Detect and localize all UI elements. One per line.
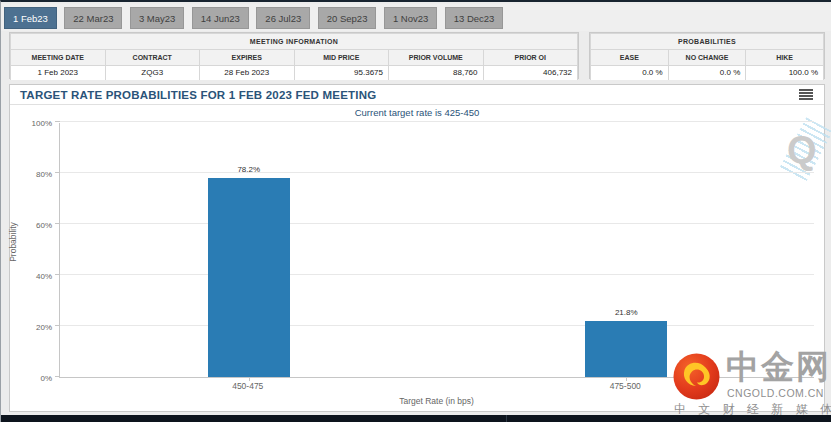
probabilities-title: PROBABILITIES xyxy=(591,34,824,50)
cngold-tagline-text: 中 文 财 经 新 媒 体 xyxy=(674,401,831,418)
tab-meeting-date-6[interactable]: 20 Sep23 xyxy=(318,7,377,29)
y-axis-labels: 0%20%40%60%80%100% xyxy=(10,123,55,378)
tab-meeting-date-7[interactable]: 1 Nov23 xyxy=(384,7,437,29)
col-ease: EASE xyxy=(591,50,669,66)
y-tick-label: 80% xyxy=(36,170,52,179)
cngold-logo-icon xyxy=(673,353,720,400)
tab-meeting-date-5[interactable]: 26 Jul23 xyxy=(256,7,310,29)
tab-meeting-date-2[interactable]: 22 Mar23 xyxy=(64,7,122,29)
chart-title: TARGET RATE PROBABILITIES FOR 1 FEB 2023… xyxy=(20,89,376,101)
meeting-tab-bar: 1 Feb23 22 Mar23 3 May23 14 Jun23 26 Jul… xyxy=(1,4,831,31)
title-separator xyxy=(10,104,824,105)
col-meeting-date: MEETING DATE xyxy=(11,50,106,66)
col-contract: CONTRACT xyxy=(105,50,200,66)
col-prior-oi: PRIOR OI xyxy=(483,50,578,66)
table-row: 0.0 % 0.0 % 100.0 % xyxy=(591,66,824,80)
fedwatch-tool-screen: 1 Feb23 22 Mar23 3 May23 14 Jun23 26 Jul… xyxy=(0,0,831,422)
x-category-label: 475-500 xyxy=(610,381,641,391)
y-tick-label: 60% xyxy=(36,221,52,230)
gridline xyxy=(60,223,814,224)
y-tick-label: 40% xyxy=(36,272,52,281)
cngold-brand-text: 中金网 xyxy=(726,345,831,390)
bottom-bar-divider xyxy=(506,415,507,422)
gridline xyxy=(60,121,814,122)
col-no-change: NO CHANGE xyxy=(668,50,746,66)
col-expires: EXPIRES xyxy=(200,50,295,66)
y-tick xyxy=(55,376,60,377)
col-mid-price: MID PRICE xyxy=(294,50,389,66)
y-tick xyxy=(55,121,60,122)
y-tick-label: 20% xyxy=(36,323,52,332)
meeting-information-table: MEETING INFORMATION MEETING DATE CONTRAC… xyxy=(9,32,579,79)
prior-oi-value: 406,732 xyxy=(483,66,578,80)
probability-bar xyxy=(208,178,290,377)
contract-value: ZQG3 xyxy=(105,66,200,80)
col-prior-volume: PRIOR VOLUME xyxy=(389,50,484,66)
tab-meeting-date-4[interactable]: 14 Jun23 xyxy=(192,7,249,29)
meeting-date-value: 1 Feb 2023 xyxy=(11,66,106,80)
plot-area: 78.2%21.8% xyxy=(59,123,814,378)
y-tick xyxy=(55,172,60,173)
ease-value: 0.0 % xyxy=(591,66,669,80)
no-change-value: 0.0 % xyxy=(668,66,746,80)
y-tick-label: 0% xyxy=(40,374,52,383)
tab-meeting-date-8[interactable]: 13 Dec23 xyxy=(445,7,504,29)
bar-value-label: 78.2% xyxy=(237,165,260,174)
gridline xyxy=(60,274,814,275)
meeting-information-title: MEETING INFORMATION xyxy=(11,34,578,50)
gridline xyxy=(60,325,814,326)
expires-value: 28 Feb 2023 xyxy=(200,66,295,80)
tab-meeting-date-3[interactable]: 3 May23 xyxy=(130,7,184,29)
tab-meeting-date-1[interactable]: 1 Feb23 xyxy=(4,7,57,29)
chart-menu-icon[interactable] xyxy=(799,89,813,102)
cngold-watermark: 中金网 CNGOLD.COM.CN 中 文 财 经 新 媒 体 xyxy=(673,349,831,419)
y-tick xyxy=(55,325,60,326)
x-category-label: 450-475 xyxy=(232,381,263,391)
probability-bar xyxy=(585,321,667,377)
bar-value-label: 21.8% xyxy=(615,308,638,317)
prior-volume-value: 88,760 xyxy=(389,66,484,80)
mid-price-value: 95.3675 xyxy=(294,66,389,80)
hike-value: 100.0 % xyxy=(746,66,824,80)
y-tick xyxy=(55,274,60,275)
probabilities-table: PROBABILITIES EASE NO CHANGE HIKE 0.0 % … xyxy=(589,32,825,79)
cngold-domain-text: CNGOLD.COM.CN xyxy=(727,387,824,399)
col-hike: HIKE xyxy=(746,50,824,66)
chart-subtitle: Current target rate is 425-450 xyxy=(10,107,824,118)
y-tick-label: 100% xyxy=(32,119,52,128)
y-tick xyxy=(55,223,60,224)
table-row: 1 Feb 2023 ZQG3 28 Feb 2023 95.3675 88,7… xyxy=(11,66,578,80)
gridline xyxy=(60,172,814,173)
